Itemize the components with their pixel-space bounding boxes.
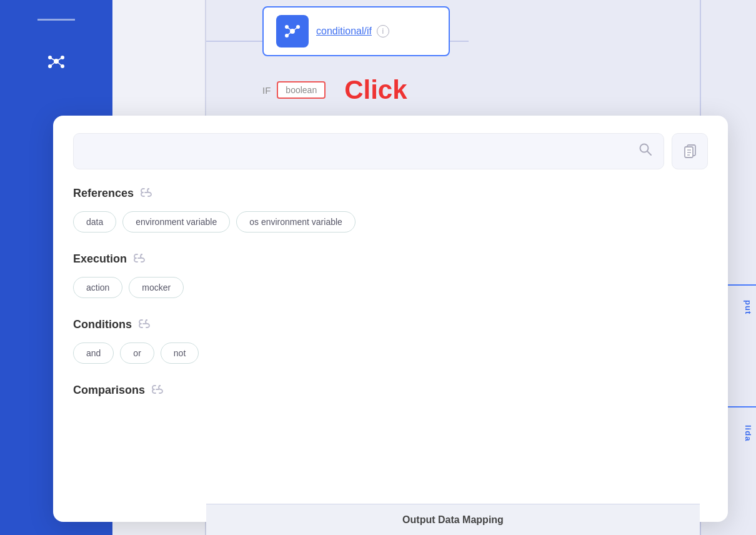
node-card: conditional/if i bbox=[262, 6, 450, 56]
references-link-icon[interactable] bbox=[140, 188, 152, 199]
section-comparisons-header: Comparisons bbox=[73, 384, 698, 397]
link-svg bbox=[140, 188, 152, 197]
network-svg bbox=[45, 50, 67, 72]
modal-overlay: References data environment variable os … bbox=[53, 116, 728, 522]
boolean-input[interactable]: boolean bbox=[277, 81, 326, 99]
search-input[interactable] bbox=[85, 146, 639, 157]
section-conditions-title: Conditions bbox=[73, 318, 132, 331]
section-conditions-header: Conditions bbox=[73, 318, 698, 331]
node-title-area: conditional/if i bbox=[316, 25, 389, 38]
node-icon-bg bbox=[276, 15, 309, 48]
clipboard-button[interactable] bbox=[672, 133, 708, 169]
tag-mocker[interactable]: mocker bbox=[129, 277, 184, 298]
if-boolean-area: IF boolean Click bbox=[262, 75, 407, 105]
right-panel-label-lida: lida bbox=[744, 425, 753, 441]
output-data-mapping-bar: Output Data Mapping bbox=[206, 504, 700, 535]
search-svg bbox=[639, 142, 652, 156]
svg-line-7 bbox=[50, 61, 56, 66]
references-tags: data environment variable os environment… bbox=[73, 211, 698, 232]
clipboard-icon bbox=[682, 144, 697, 159]
conditional-icon bbox=[283, 22, 302, 41]
section-execution-title: Execution bbox=[73, 252, 127, 266]
sidebar-logo-line bbox=[37, 19, 75, 21]
svg-line-8 bbox=[56, 61, 62, 66]
tag-data[interactable]: data bbox=[73, 211, 116, 232]
tag-and[interactable]: and bbox=[73, 342, 114, 364]
tag-or[interactable]: or bbox=[120, 342, 154, 364]
section-references-header: References bbox=[73, 187, 698, 200]
conditions-link-icon[interactable] bbox=[138, 319, 151, 331]
section-execution: Execution action mocker bbox=[73, 252, 698, 298]
svg-line-17 bbox=[647, 151, 651, 155]
execution-tags: action mocker bbox=[73, 277, 698, 298]
node-title-link[interactable]: conditional/if bbox=[316, 26, 372, 37]
section-comparisons: Comparisons bbox=[73, 384, 698, 408]
tag-environment-variable[interactable]: environment variable bbox=[122, 211, 230, 232]
right-panel-label-put: put bbox=[744, 300, 753, 314]
execution-link-icon[interactable] bbox=[133, 254, 146, 265]
tag-os-environment-variable[interactable]: os environment variable bbox=[236, 211, 356, 232]
link-svg-exec bbox=[133, 254, 146, 262]
search-bar bbox=[73, 133, 708, 169]
section-references-title: References bbox=[73, 187, 134, 200]
link-svg-cond bbox=[138, 319, 151, 328]
link-svg-comp bbox=[151, 385, 164, 394]
comparisons-link-icon[interactable] bbox=[151, 385, 164, 396]
tag-not[interactable]: not bbox=[161, 342, 199, 364]
section-conditions: Conditions and or not bbox=[73, 318, 698, 364]
conditions-tags: and or not bbox=[73, 342, 698, 364]
section-comparisons-title: Comparisons bbox=[73, 384, 145, 397]
tag-action[interactable]: action bbox=[73, 277, 122, 298]
info-icon[interactable]: i bbox=[377, 25, 389, 38]
if-label: IF bbox=[262, 85, 271, 96]
output-data-mapping-label: Output Data Mapping bbox=[402, 514, 504, 526]
click-instruction: Click bbox=[344, 75, 407, 105]
modal-content: References data environment variable os … bbox=[73, 187, 708, 504]
search-icon bbox=[639, 142, 652, 160]
network-icon[interactable] bbox=[41, 46, 72, 77]
section-references: References data environment variable os … bbox=[73, 187, 698, 232]
search-input-wrap[interactable] bbox=[73, 133, 664, 169]
section-execution-header: Execution bbox=[73, 252, 698, 266]
